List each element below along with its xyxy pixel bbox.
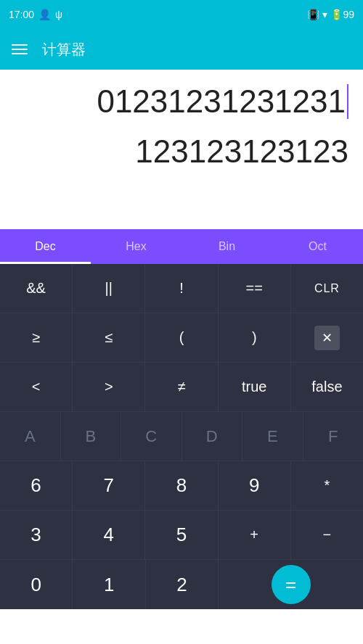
key-lte[interactable]: ≤	[73, 313, 145, 362]
equals-button[interactable]: =	[272, 565, 311, 604]
input-display: 01231231231231	[15, 77, 348, 127]
key-d[interactable]: D	[182, 412, 243, 461]
key-f[interactable]: F	[303, 412, 364, 461]
tab-oct[interactable]: Oct	[272, 229, 363, 264]
backspace-icon: ✕	[314, 326, 340, 350]
display-area: 01231231231231 123123123123	[0, 70, 363, 229]
person-icon: 👤	[38, 9, 51, 20]
key-c[interactable]: C	[121, 412, 182, 461]
key-multiply[interactable]: *	[291, 461, 363, 510]
key-0[interactable]: 0	[0, 560, 73, 609]
key-7[interactable]: 7	[73, 461, 145, 510]
key-row-3: < > ≠ true false	[0, 363, 363, 412]
key-clr[interactable]: CLR	[291, 264, 363, 313]
key-3[interactable]: 3	[0, 511, 73, 559]
key-a[interactable]: A	[0, 412, 61, 461]
wifi-icon: ▾	[322, 9, 327, 20]
key-plus[interactable]: +	[219, 511, 291, 559]
toolbar: 计算器	[0, 29, 363, 70]
status-bar: 17:00 👤 ψ 📳 ▾ 🔋99	[0, 0, 363, 29]
key-equals-cell[interactable]: =	[219, 560, 363, 609]
mode-tabs: Dec Hex Bin Oct	[0, 229, 363, 264]
key-false[interactable]: false	[291, 363, 363, 411]
key-1[interactable]: 1	[73, 560, 145, 609]
key-4[interactable]: 4	[73, 511, 145, 559]
key-equals-equals[interactable]: ==	[219, 264, 291, 313]
key-lparen[interactable]: (	[145, 313, 218, 362]
key-6[interactable]: 6	[0, 461, 73, 510]
key-row-2: ≥ ≤ ( ) ✕	[0, 313, 363, 363]
key-true[interactable]: true	[219, 363, 291, 411]
tab-bin[interactable]: Bin	[182, 229, 272, 264]
tab-hex[interactable]: Hex	[91, 229, 182, 264]
key-lt[interactable]: <	[0, 363, 73, 411]
time-display: 17:00	[9, 9, 34, 20]
vibrate-icon: 📳	[307, 9, 319, 20]
key-not[interactable]: !	[145, 264, 218, 313]
key-row-1: && || ! == CLR	[0, 264, 363, 313]
cursor	[347, 84, 348, 119]
key-rparen[interactable]: )	[219, 313, 291, 362]
key-b[interactable]: B	[61, 412, 122, 461]
key-5[interactable]: 5	[145, 511, 218, 559]
status-left: 17:00 👤 ψ	[9, 9, 62, 20]
result-display: 123123123123	[15, 127, 348, 177]
key-gt[interactable]: >	[73, 363, 145, 411]
app-title: 计算器	[42, 40, 86, 59]
keyboard: && || ! == CLR ≥ ≤ ( ) ✕ < > ≠ true fals…	[0, 264, 363, 609]
key-row-5: 6 7 8 9 *	[0, 461, 363, 511]
key-row-6: 3 4 5 + −	[0, 511, 363, 560]
signal-icon: ψ	[55, 9, 62, 20]
key-row-7: 0 1 2 =	[0, 560, 363, 609]
key-row-4: A B C D E F	[0, 412, 363, 461]
battery-icon: 🔋99	[330, 9, 354, 20]
key-or[interactable]: ||	[73, 264, 145, 313]
key-9[interactable]: 9	[219, 461, 291, 510]
key-minus[interactable]: −	[291, 511, 363, 559]
status-right: 📳 ▾ 🔋99	[307, 9, 354, 20]
tab-dec[interactable]: Dec	[0, 229, 91, 264]
key-e[interactable]: E	[242, 412, 303, 461]
key-8[interactable]: 8	[145, 461, 218, 510]
key-backspace[interactable]: ✕	[291, 313, 363, 362]
key-and[interactable]: &&	[0, 264, 73, 313]
key-neq[interactable]: ≠	[145, 363, 218, 411]
menu-button[interactable]	[12, 44, 28, 54]
key-2[interactable]: 2	[146, 560, 219, 609]
key-gte[interactable]: ≥	[0, 313, 73, 362]
